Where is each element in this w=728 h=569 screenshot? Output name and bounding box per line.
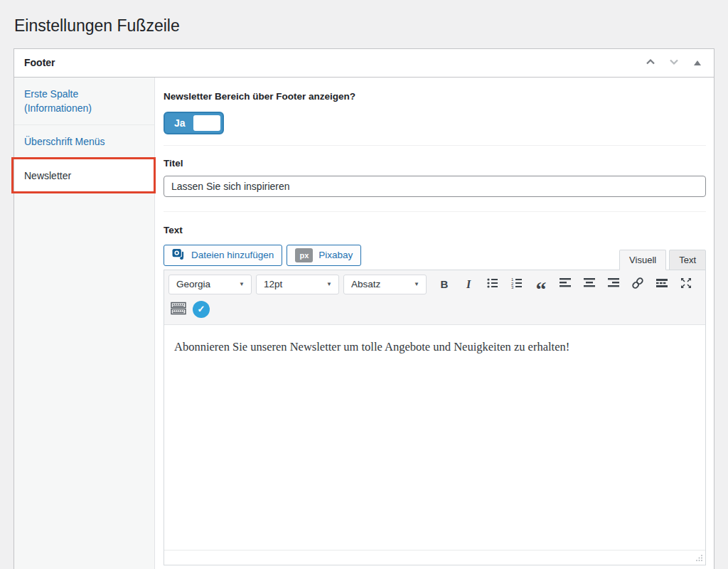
- italic-icon: I: [466, 278, 471, 291]
- block-format-value: Absatz: [351, 279, 380, 289]
- svg-text:3: 3: [511, 285, 514, 289]
- toggle-question-label: Newsletter Bereich über Footer anzeigen?: [164, 91, 706, 102]
- link-icon: [631, 276, 645, 292]
- bulleted-list-icon: [486, 276, 500, 292]
- sidebar-item-newsletter[interactable]: Newsletter: [14, 159, 154, 193]
- align-center-button[interactable]: [579, 275, 599, 294]
- proofread-check-button[interactable]: ✓: [193, 301, 210, 318]
- media-buttons: Dateien hinzufügen px Pixabay: [164, 245, 361, 270]
- fullscreen-icon: [679, 276, 693, 292]
- resize-grip-icon[interactable]: [695, 554, 703, 563]
- numbered-list-button[interactable]: 1 2 3: [507, 275, 527, 294]
- pixabay-icon: px: [295, 248, 313, 262]
- panel-title: Footer: [14, 57, 55, 68]
- panel-handle-actions: [641, 53, 714, 72]
- fullscreen-button[interactable]: [676, 275, 696, 294]
- more-tag-button[interactable]: [652, 275, 672, 294]
- footer-settings-panel: Footer Erste Spalte (Informationen): [14, 48, 714, 569]
- editor-toolbar: Georgia ▼ 12pt ▼ Absatz ▼: [164, 270, 705, 325]
- add-media-icon: [172, 248, 186, 262]
- font-family-value: Georgia: [176, 279, 210, 289]
- add-media-label: Dateien hinzufügen: [191, 250, 274, 260]
- move-up-button[interactable]: [641, 53, 660, 72]
- toggle-knob[interactable]: [193, 115, 220, 131]
- pixabay-button[interactable]: px Pixabay: [287, 245, 361, 266]
- panel-header: Footer: [14, 49, 714, 78]
- collapse-triangle-icon: [694, 60, 701, 65]
- panel-body: Erste Spalte (Informationen) Überschrift…: [14, 78, 714, 569]
- sidebar-item-label: Überschrift Menüs: [24, 136, 105, 147]
- editor-top-bar: Dateien hinzufügen px Pixabay Visuell Te…: [164, 245, 706, 270]
- chevron-down-icon: [668, 56, 680, 70]
- link-button[interactable]: [628, 275, 648, 294]
- blockquote-icon: “: [536, 276, 547, 293]
- font-size-value: 12pt: [264, 279, 282, 289]
- sidebar-item-label: Newsletter: [24, 170, 71, 181]
- move-down-button[interactable]: [665, 53, 683, 72]
- add-media-button[interactable]: Dateien hinzufügen: [164, 245, 282, 266]
- newsletter-tab-content: Newsletter Bereich über Footer anzeigen?…: [155, 78, 714, 569]
- more-tag-icon: [655, 276, 669, 292]
- editor-paragraph: Abonnieren Sie unseren Newsletter um tol…: [174, 339, 695, 355]
- wysiwyg-editor: Georgia ▼ 12pt ▼ Absatz ▼: [164, 270, 706, 565]
- show-newsletter-field-group: Newsletter Bereich über Footer anzeigen?…: [164, 78, 706, 146]
- tab-visual[interactable]: Visuell: [619, 250, 666, 270]
- caret-down-icon: ▼: [414, 281, 419, 287]
- toolbar-row-2: ✓: [168, 299, 701, 319]
- title-field-group: Titel: [164, 146, 706, 212]
- check-icon: ✓: [198, 304, 205, 314]
- italic-button[interactable]: I: [459, 275, 478, 294]
- font-size-select[interactable]: 12pt ▼: [256, 275, 339, 294]
- sidebar-item-ueberschrift-menues[interactable]: Überschrift Menüs: [14, 125, 154, 159]
- bulleted-list-button[interactable]: [483, 275, 503, 294]
- bold-icon: B: [441, 278, 449, 290]
- align-right-icon: [606, 276, 621, 292]
- block-format-select[interactable]: Absatz ▼: [343, 275, 427, 294]
- title-label: Titel: [164, 158, 706, 169]
- align-right-button[interactable]: [604, 275, 623, 294]
- numbered-list-icon: 1 2 3: [510, 276, 524, 292]
- toggle-on-label: Ja: [174, 117, 186, 129]
- caret-down-icon: ▼: [239, 281, 245, 287]
- text-field-group: Text: [164, 212, 706, 565]
- blockquote-button[interactable]: “: [531, 275, 551, 294]
- page-title: Einstellungen Fußzeile: [0, 0, 728, 48]
- text-label: Text: [164, 225, 706, 235]
- sidebar-item-label: Erste Spalte (Informationen): [24, 88, 92, 114]
- pixabay-label: Pixabay: [318, 250, 353, 260]
- font-family-select[interactable]: Georgia ▼: [168, 275, 252, 294]
- editor-statusbar: [164, 550, 705, 565]
- chevron-up-icon: [645, 56, 656, 70]
- align-center-icon: [582, 276, 596, 292]
- align-left-icon: [558, 276, 572, 292]
- align-left-button[interactable]: [555, 275, 575, 294]
- keyboard-toggle-button[interactable]: [168, 299, 188, 319]
- settings-tabs-sidebar: Erste Spalte (Informationen) Überschrift…: [14, 78, 155, 569]
- tab-text[interactable]: Text: [669, 250, 706, 270]
- collapse-panel-button[interactable]: [688, 53, 707, 72]
- caret-down-icon: ▼: [326, 281, 332, 287]
- sidebar-item-erste-spalte[interactable]: Erste Spalte (Informationen): [14, 78, 154, 126]
- keyboard-icon: [171, 302, 186, 317]
- toolbar-row-1: Georgia ▼ 12pt ▼ Absatz ▼: [168, 275, 701, 294]
- editor-mode-tabs: Visuell Text: [619, 250, 706, 270]
- bold-button[interactable]: B: [434, 275, 454, 294]
- newsletter-toggle-switch[interactable]: Ja: [164, 112, 224, 134]
- editor-content-area[interactable]: Abonnieren Sie unseren Newsletter um tol…: [164, 325, 705, 550]
- title-input[interactable]: [164, 176, 706, 197]
